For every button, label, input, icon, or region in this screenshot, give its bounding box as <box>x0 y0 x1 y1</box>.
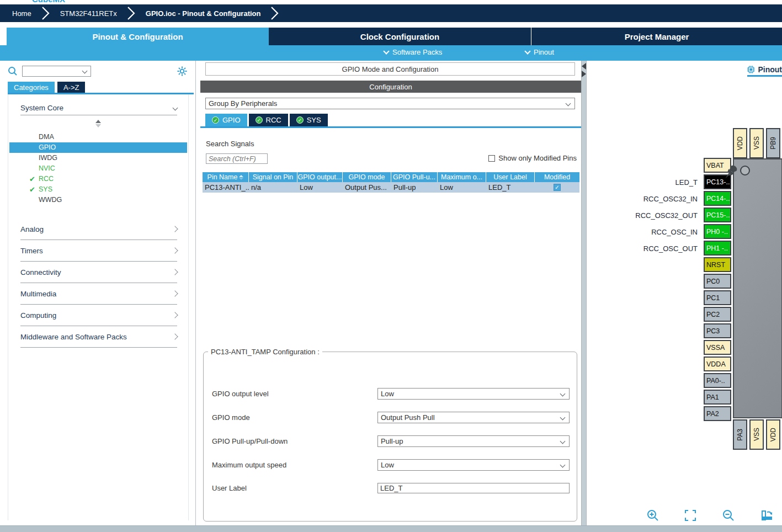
rotate-view-icon[interactable] <box>760 509 775 522</box>
column-signal-on-pin[interactable]: Signal on Pin <box>249 172 297 182</box>
sidebar-section-middleware[interactable]: Middleware and Software Packs <box>20 326 177 348</box>
pin-pa0[interactable]: PA0-.. <box>704 373 731 388</box>
pin-vdd-bottom[interactable]: VDD <box>766 419 780 450</box>
chevron-down-icon <box>524 48 530 54</box>
pin-configuration-legend: PC13-ANTI_TAMP Configuration : <box>208 348 322 356</box>
pin-vssa[interactable]: VSSA <box>704 340 731 355</box>
pin-pc15[interactable]: PC15-.. <box>704 208 731 222</box>
tab-categories[interactable]: Categories <box>8 82 55 93</box>
pin-pc0[interactable]: PC0 <box>704 274 731 289</box>
column-gpio-mode[interactable]: GPIO mode <box>343 172 391 182</box>
system-core-title: System Core <box>20 104 63 112</box>
show-modified-pins: Show only Modified Pins <box>488 154 577 162</box>
sidebar-section-computing[interactable]: Computing <box>20 305 177 326</box>
column-user-label[interactable]: User Label <box>486 172 535 182</box>
gpio-pull-label: GPIO Pull-up/Pull-down <box>212 437 288 445</box>
chevron-right-icon <box>172 333 178 339</box>
column-max-speed[interactable]: Maximum o... <box>438 172 486 182</box>
group-by-select[interactable]: Group By Peripherals <box>205 98 575 109</box>
fit-to-screen-icon[interactable] <box>684 509 697 522</box>
chevron-down-icon <box>566 101 571 107</box>
show-modified-checkbox[interactable] <box>488 155 495 162</box>
pin-pc1[interactable]: PC1 <box>704 290 731 305</box>
tab-pinout-view[interactable]: Pinout <box>747 65 782 75</box>
system-core-header[interactable]: System Core <box>20 101 177 115</box>
signal-search-input[interactable] <box>206 153 268 164</box>
sidebar-section-timers[interactable]: Timers <box>20 240 177 262</box>
pin-ph0[interactable]: PH0 -.. <box>704 224 731 239</box>
collapse-left-icon[interactable] <box>582 63 586 70</box>
sidebar-item-dma[interactable]: DMA <box>8 132 188 142</box>
chevron-right-icon <box>172 269 178 275</box>
pin-pa3[interactable]: PA3 <box>733 419 747 450</box>
sidebar-item-rcc[interactable]: ✔ RCC <box>8 174 188 184</box>
show-modified-label: Show only Modified Pins <box>498 154 577 162</box>
chevron-down-icon <box>560 414 566 420</box>
sidebar-tabs: Categories A->Z <box>8 82 195 93</box>
sidebar-item-gpio[interactable]: GPIO <box>9 142 187 153</box>
cell-max-speed: Low <box>438 182 486 193</box>
sidebar-item-nvic[interactable]: NVIC <box>8 163 188 174</box>
sidebar-search-combobox[interactable] <box>22 66 91 77</box>
peripheral-list: DMA GPIO IWDG NVIC ✔ RCC ✔ SYS WWDG <box>8 132 188 205</box>
pinout-menu[interactable]: Pinout <box>525 48 554 56</box>
bottom-strip <box>0 525 782 532</box>
gpio-pull-select[interactable]: Pull-up <box>377 435 570 447</box>
gear-icon[interactable] <box>177 66 188 77</box>
pin-pa2[interactable]: PA2 <box>704 406 731 421</box>
pin-pa1[interactable]: PA1 <box>704 390 731 405</box>
software-packs-menu[interactable]: Software Packs <box>384 48 442 56</box>
sidebar-item-wwdg[interactable]: WWDG <box>8 195 188 205</box>
sidebar-item-label: RCC <box>39 175 54 183</box>
table-row[interactable]: PC13-ANTI_... n/a Low Output Pus... Pull… <box>203 182 579 193</box>
tab-project-manager[interactable]: Project Manager <box>531 28 782 45</box>
tab-sys[interactable]: ✓ SYS <box>290 114 328 126</box>
breadcrumb-mcu[interactable]: STM32F411RETx <box>55 9 123 18</box>
gpio-output-level-select[interactable]: Low <box>377 388 570 400</box>
sidebar-item-sys[interactable]: ✔ SYS <box>8 184 188 195</box>
sidebar-section-connectivity[interactable]: Connectivity <box>20 262 177 283</box>
mcu-chip-body[interactable] <box>733 158 782 418</box>
panel-splitter[interactable] <box>581 61 587 525</box>
modified-checkbox[interactable]: ✓ <box>554 184 561 191</box>
gpio-mode-select[interactable]: Output Push Pull <box>377 412 570 423</box>
pin-pc3[interactable]: PC3 <box>704 323 731 338</box>
section-label: Connectivity <box>20 268 61 276</box>
app-logo: CubeMX <box>32 0 65 4</box>
cell-pin-name: PC13-ANTI_... <box>203 182 249 193</box>
pin-vdda[interactable]: VDDA <box>704 357 731 371</box>
pin-vdd-top[interactable]: VDD <box>733 128 747 158</box>
pin-vss-bottom[interactable]: VSS <box>749 419 764 450</box>
collapse-right-icon[interactable] <box>582 71 586 77</box>
sidebar-section-multimedia[interactable]: Multimedia <box>20 283 177 305</box>
tab-gpio[interactable]: ✓ GPIO <box>205 114 247 126</box>
cell-gpio-output: Low <box>297 182 343 193</box>
pin-ph1[interactable]: PH1 -.. <box>704 241 731 256</box>
chevron-down-icon <box>383 48 389 54</box>
column-modified[interactable]: Modified <box>535 172 579 182</box>
pin-pc2[interactable]: PC2 <box>704 307 731 322</box>
sidebar-section-analog[interactable]: Analog <box>20 219 177 240</box>
zoom-out-icon[interactable] <box>722 509 735 522</box>
tab-clock-configuration[interactable]: Clock Configuration <box>269 28 531 45</box>
tab-pinout-configuration[interactable]: Pinout & Configuration <box>7 28 269 45</box>
sidebar-item-iwdg[interactable]: IWDG <box>8 153 188 163</box>
pin-vss-top[interactable]: VSS <box>749 128 764 158</box>
column-pin-name[interactable]: Pin Name <box>203 172 249 182</box>
tab-rcc[interactable]: ✓ RCC <box>249 114 288 126</box>
column-gpio-output[interactable]: GPIO output... <box>297 172 343 182</box>
peripheral-tab-bar: ✓ GPIO ✓ RCC ✓ SYS <box>205 114 328 126</box>
tab-a-to-z[interactable]: A->Z <box>57 82 86 93</box>
column-gpio-pull[interactable]: GPIO Pull-u... <box>391 172 438 182</box>
list-scroll-widget[interactable] <box>8 120 188 127</box>
user-label-input[interactable] <box>377 483 570 493</box>
pin-pb9[interactable]: PB9 <box>766 128 780 158</box>
zoom-in-icon[interactable] <box>646 509 659 522</box>
pinout-view-label: Pinout <box>758 65 782 74</box>
max-output-speed-select[interactable]: Low <box>377 459 570 471</box>
logo-strip: CubeMX <box>0 0 782 4</box>
chevron-down-icon <box>173 105 178 111</box>
pin-nrst[interactable]: NRST <box>704 257 731 272</box>
breadcrumb-home[interactable]: Home <box>7 9 37 18</box>
pin-pc14[interactable]: PC14-.. <box>704 191 731 206</box>
